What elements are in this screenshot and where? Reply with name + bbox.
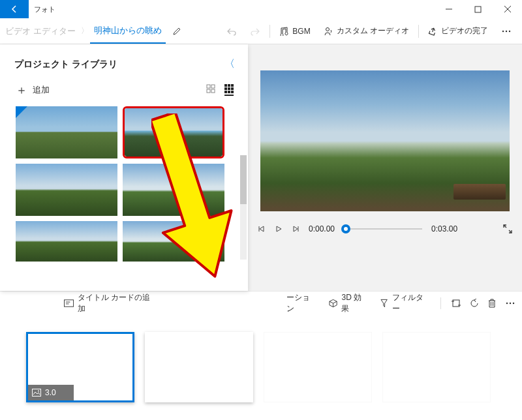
trash-icon (488, 299, 496, 308)
scrollbar-thumb[interactable] (240, 155, 247, 204)
custom-audio-button[interactable]: カスタム オーディオ (317, 18, 416, 44)
rotate-button[interactable] (470, 299, 479, 308)
storyboard-separator (440, 297, 441, 309)
svg-rect-17 (228, 91, 230, 93)
svg-rect-7 (211, 85, 215, 88)
breadcrumb-separator-icon: 〉 (80, 25, 90, 37)
person-audio-icon (324, 27, 333, 36)
play-button[interactable] (275, 225, 283, 233)
clip-duration: 3.0 (45, 388, 56, 397)
collapse-library-icon[interactable]: 〈 (224, 57, 235, 71)
playback-current-time: 0:00.00 (309, 224, 335, 233)
delete-button[interactable] (488, 299, 496, 308)
storyboard-empty-slot[interactable] (264, 332, 372, 402)
library-thumb[interactable] (123, 164, 224, 216)
filter-button[interactable]: フィルター (375, 292, 434, 314)
filter-label: フィルター (392, 292, 429, 314)
svg-rect-12 (231, 84, 234, 87)
toolbar: ビデオ エディター 〉 明神山からの眺め BGM カスタム オーディオ ビデオの… (0, 18, 522, 44)
svg-rect-21 (64, 299, 73, 306)
more-icon (501, 26, 512, 37)
library-thumb[interactable] (16, 164, 117, 216)
motion-button-partial[interactable]: ーション (281, 292, 321, 314)
toolbar-separator (269, 25, 270, 38)
storyboard-clip[interactable]: 3.0 (26, 332, 134, 402)
playback-controls: 0:00.00 0:03.00 (258, 224, 512, 233)
svg-rect-30 (33, 389, 41, 397)
prev-frame-button[interactable] (258, 225, 266, 233)
bgm-label: BGM (292, 27, 310, 36)
svg-rect-15 (231, 87, 234, 90)
breadcrumb-video-editor[interactable]: ビデオ エディター (0, 25, 80, 37)
library-thumb[interactable] (16, 221, 117, 262)
library-scrollbar[interactable] (240, 155, 247, 260)
fullscreen-button[interactable] (503, 224, 512, 233)
edit-title-icon[interactable] (166, 27, 188, 36)
svg-point-3 (502, 30, 504, 31)
more-icon (505, 299, 515, 308)
library-thumb[interactable] (16, 106, 117, 158)
back-button[interactable] (0, 0, 29, 18)
svg-rect-1 (475, 7, 481, 12)
redo-button[interactable] (243, 18, 267, 44)
finish-video-button[interactable]: ビデオの完了 (422, 18, 495, 44)
svg-rect-11 (228, 84, 230, 87)
filter-icon (380, 299, 388, 308)
maximize-button[interactable] (463, 0, 493, 18)
storyboard[interactable]: 3.0 (0, 314, 522, 420)
more-button[interactable] (495, 18, 518, 44)
library-thumb[interactable] (123, 106, 224, 158)
bgm-button[interactable]: BGM (273, 18, 316, 44)
custom-audio-label: カスタム オーディオ (337, 25, 409, 37)
library-grid (0, 102, 248, 268)
svg-point-2 (326, 27, 329, 31)
titlebar: フォト (0, 0, 522, 18)
main-area: プロジェクト ライブラリ 〈 ＋ 追加 (0, 44, 522, 291)
svg-rect-18 (231, 91, 234, 93)
svg-rect-10 (224, 84, 227, 87)
library-panel: プロジェクト ライブラリ 〈 ＋ 追加 (0, 44, 248, 291)
undo-button[interactable] (220, 18, 243, 44)
view-large-grid-icon[interactable] (224, 84, 234, 96)
view-small-grid-icon[interactable] (206, 84, 215, 96)
selected-corner-icon (16, 106, 27, 118)
add-media-button[interactable]: ＋ 追加 (16, 84, 50, 96)
svg-point-27 (506, 302, 508, 303)
playback-slider-thumb[interactable] (341, 224, 350, 233)
library-thumb[interactable] (123, 221, 224, 262)
next-frame-button[interactable] (292, 225, 299, 233)
svg-point-31 (38, 391, 39, 392)
storyboard-empty-slot[interactable] (145, 332, 253, 402)
cube-icon (329, 299, 337, 308)
library-title: プロジェクト ライブラリ (14, 59, 117, 70)
svg-point-4 (506, 30, 507, 31)
svg-rect-16 (224, 91, 227, 93)
add-title-card-button[interactable]: タイトル カードの追加 (59, 292, 159, 314)
playback-total-time: 0:03.00 (431, 224, 457, 233)
svg-rect-14 (228, 87, 230, 90)
svg-rect-8 (207, 89, 210, 93)
export-icon (428, 27, 437, 36)
app-title: フォト (29, 0, 55, 18)
add-label: 追加 (33, 84, 50, 96)
svg-point-5 (509, 30, 510, 31)
preview-panel: 0:00.00 0:03.00 (248, 44, 522, 291)
storyboard-empty-slot[interactable] (382, 332, 491, 402)
image-icon (32, 389, 41, 397)
window-controls (434, 0, 522, 18)
crop-button[interactable] (452, 299, 461, 308)
playback-slider[interactable] (344, 228, 422, 230)
music-icon (279, 27, 288, 36)
plus-icon: ＋ (16, 84, 27, 96)
minimize-button[interactable] (434, 0, 463, 18)
3d-effects-button[interactable]: 3D 効果 (324, 292, 373, 314)
3d-effects-label: 3D 効果 (341, 292, 367, 314)
close-button[interactable] (493, 0, 522, 18)
breadcrumb-project-title[interactable]: 明神山からの眺め (90, 19, 166, 44)
add-title-card-label: タイトル カードの追加 (78, 292, 153, 314)
preview-frame (260, 70, 510, 211)
storyboard-more-button[interactable] (505, 299, 515, 308)
svg-rect-13 (224, 87, 227, 90)
svg-rect-6 (207, 85, 210, 88)
clip-duration-overlay[interactable]: 3.0 (28, 385, 74, 400)
